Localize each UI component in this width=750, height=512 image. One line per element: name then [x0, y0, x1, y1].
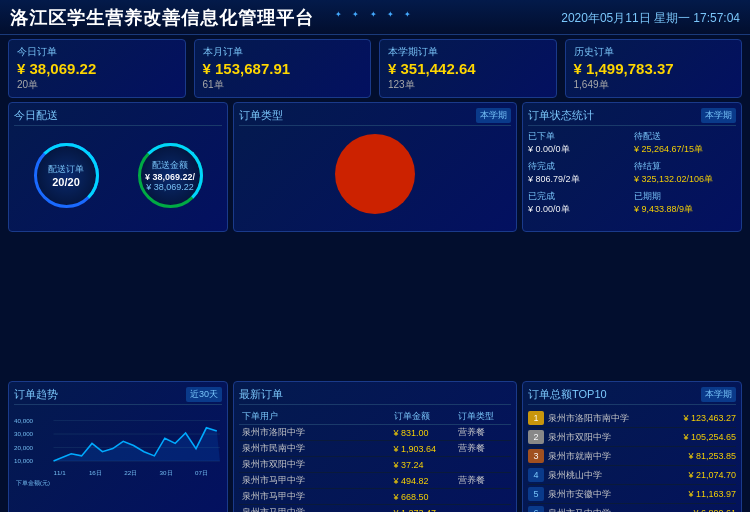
summary-today-count: 20单 — [17, 78, 177, 92]
order-user: 泉州市马甲中学 — [239, 505, 391, 513]
status-done-label: 已完成¥ 0.00/0单 — [528, 190, 630, 216]
stars-decoration: ✦ ✦ ✦ ✦ ✦ — [335, 10, 415, 19]
order-user: 泉州市双阳中学 — [239, 457, 391, 473]
delivery-amount-sub: ¥ 38,069.22 — [146, 182, 194, 192]
summary-row: 今日订单 ¥ 38,069.22 20单 本月订单 ¥ 153,687.91 6… — [0, 35, 750, 102]
order-type-tag[interactable]: 本学期 — [476, 108, 511, 123]
svg-text:11/1: 11/1 — [54, 469, 67, 476]
summary-history-label: 历史订单 — [574, 45, 734, 59]
today-delivery-title: 今日配送 — [14, 108, 222, 126]
datetime: 2020年05月11日 星期一 17:57:04 — [561, 10, 740, 27]
svg-point-0 — [335, 134, 415, 214]
main-grid: 今日配送 配送订单 20/20 配送金额 ¥ 38,069.22/ ¥ 38,0… — [0, 102, 750, 381]
summary-semester: 本学期订单 ¥ 351,442.64 123单 — [379, 39, 557, 98]
school-name: 泉州桃山中学 — [548, 469, 688, 482]
list-item: 1 泉州市洛阳市南中学 ¥ 123,463.27 — [528, 409, 736, 428]
order-amount: ¥ 831.00 — [391, 425, 456, 441]
order-status-tag[interactable]: 本学期 — [701, 108, 736, 123]
top10-tag[interactable]: 本学期 — [701, 387, 736, 402]
list-item: 2 泉州市双阳中学 ¥ 105,254.65 — [528, 428, 736, 447]
delivery-order-value: 20/20 — [52, 176, 80, 188]
latest-order-title: 最新订单 — [239, 387, 511, 405]
latest-order-table: 下单用户 订单金额 订单类型 泉州市洛阳中学 ¥ 831.00 营养餐 泉州市民… — [239, 409, 511, 512]
summary-semester-amount: ¥ 351,442.64 — [388, 60, 548, 77]
order-type: 营养餐 — [455, 425, 511, 441]
top10-list: 1 泉州市洛阳市南中学 ¥ 123,463.27 2 泉州市双阳中学 ¥ 105… — [528, 409, 736, 512]
bottom-grid: 订单趋势 近30天 40,000 30,000 20,000 10,000 1 — [0, 381, 750, 512]
order-type — [455, 457, 511, 473]
order-amount: ¥ 1,903.64 — [391, 441, 456, 457]
status-completing-label: 待完成¥ 806.79/2单 — [528, 160, 630, 186]
top10-panel: 订单总额TOP10 本学期 1 泉州市洛阳市南中学 ¥ 123,463.27 2… — [522, 381, 742, 512]
table-row: 泉州市马甲中学 ¥ 668.50 — [239, 489, 511, 505]
page-title: 洛江区学生营养改善信息化管理平台 — [10, 6, 314, 30]
school-amount: ¥ 21,074.70 — [688, 470, 736, 480]
order-type-panel: 订单类型 本学期 营养餐: 100% — [233, 102, 517, 232]
school-amount: ¥ 11,163.97 — [688, 489, 736, 499]
today-delivery-panel: 今日配送 配送订单 20/20 配送金额 ¥ 38,069.22/ ¥ 38,0… — [8, 102, 228, 232]
summary-today: 今日订单 ¥ 38,069.22 20单 — [8, 39, 186, 98]
svg-text:07日: 07日 — [195, 469, 208, 476]
summary-month: 本月订单 ¥ 153,687.91 61单 — [194, 39, 372, 98]
latest-order-panel: 最新订单 下单用户 订单金额 订单类型 泉州市洛阳中学 ¥ 831.00 营养餐… — [233, 381, 517, 512]
status-shipping-label: 待配送¥ 25,264.67/15单 — [634, 130, 736, 156]
list-item: 4 泉州桃山中学 ¥ 21,074.70 — [528, 466, 736, 485]
order-type — [455, 505, 511, 513]
left-column: 订单趋势 近30天 40,000 30,000 20,000 10,000 1 — [8, 381, 228, 512]
rank-badge: 5 — [528, 487, 544, 501]
svg-marker-10 — [54, 428, 220, 461]
status-settling-label: 待结算¥ 325,132.02/106单 — [634, 160, 736, 186]
col-amount: 订单金额 — [391, 409, 456, 425]
table-row: 泉州市马甲中学 ¥ 1,273.47 — [239, 505, 511, 513]
summary-history: 历史订单 ¥ 1,499,783.37 1,649单 — [565, 39, 743, 98]
school-amount: ¥ 123,463.27 — [683, 413, 736, 423]
order-amount: ¥ 494.82 — [391, 473, 456, 489]
order-user: 泉州市马甲中学 — [239, 473, 391, 489]
summary-history-count: 1,649单 — [574, 78, 734, 92]
rank-badge: 4 — [528, 468, 544, 482]
order-status-title: 订单状态统计 本学期 — [528, 108, 736, 126]
summary-semester-label: 本学期订单 — [388, 45, 548, 59]
order-type: 营养餐 — [455, 473, 511, 489]
svg-text:下单金额(元): 下单金额(元) — [16, 479, 50, 486]
summary-today-label: 今日订单 — [17, 45, 177, 59]
svg-text:30日: 30日 — [160, 469, 173, 476]
top10-title: 订单总额TOP10 本学期 — [528, 387, 736, 405]
rank-badge: 3 — [528, 449, 544, 463]
summary-month-amount: ¥ 153,687.91 — [203, 60, 363, 77]
school-name: 泉州市安徽中学 — [548, 488, 688, 501]
trend-svg: 40,000 30,000 20,000 10,000 11/1 16日 22日… — [14, 409, 222, 509]
delivery-amount-value: ¥ 38,069.22/ — [145, 172, 195, 182]
list-item: 3 泉州市就南中学 ¥ 81,253.85 — [528, 447, 736, 466]
order-user: 泉州市民南中学 — [239, 441, 391, 457]
school-name: 泉州市双阳中学 — [548, 431, 683, 444]
svg-text:40,000: 40,000 — [14, 417, 34, 424]
status-expired-label: 已期期¥ 9,433.88/9单 — [634, 190, 736, 216]
school-name: 泉州市马中中学 — [548, 507, 693, 513]
school-name: 泉州市就南中学 — [548, 450, 688, 463]
latest-order-body: 泉州市洛阳中学 ¥ 831.00 营养餐 泉州市民南中学 ¥ 1,903.64 … — [239, 425, 511, 513]
delivery-circles: 配送订单 20/20 配送金额 ¥ 38,069.22/ ¥ 38,069.22 — [14, 130, 222, 220]
order-user: 泉州市洛阳中学 — [239, 425, 391, 441]
table-row: 泉州市民南中学 ¥ 1,903.64 营养餐 — [239, 441, 511, 457]
order-status-grid: 已下单¥ 0.00/0单 待配送¥ 25,264.67/15单 待完成¥ 806… — [528, 130, 736, 216]
delivery-order-ring: 配送订单 20/20 — [34, 143, 99, 208]
col-type: 订单类型 — [455, 409, 511, 425]
svg-text:16日: 16日 — [89, 469, 102, 476]
delivery-amount-ring: 配送金额 ¥ 38,069.22/ ¥ 38,069.22 — [138, 143, 203, 208]
status-pending-label: 已下单¥ 0.00/0单 — [528, 130, 630, 156]
svg-text:20,000: 20,000 — [14, 444, 34, 451]
list-item: 5 泉州市安徽中学 ¥ 11,163.97 — [528, 485, 736, 504]
school-amount: ¥ 6,899.61 — [693, 508, 736, 512]
delivery-order-label: 配送订单 — [48, 163, 84, 176]
summary-today-amount: ¥ 38,069.22 — [17, 60, 177, 77]
delivery-order-circle: 配送订单 20/20 — [34, 143, 99, 208]
table-row: 泉州市马甲中学 ¥ 494.82 营养餐 — [239, 473, 511, 489]
rank-badge: 6 — [528, 506, 544, 512]
rank-badge: 1 — [528, 411, 544, 425]
order-type-svg: 营养餐: 100% — [325, 124, 425, 224]
trend-title: 订单趋势 近30天 — [14, 387, 222, 405]
school-name: 泉州市洛阳市南中学 — [548, 412, 683, 425]
trend-tag[interactable]: 近30天 — [186, 387, 222, 402]
rank-badge: 2 — [528, 430, 544, 444]
